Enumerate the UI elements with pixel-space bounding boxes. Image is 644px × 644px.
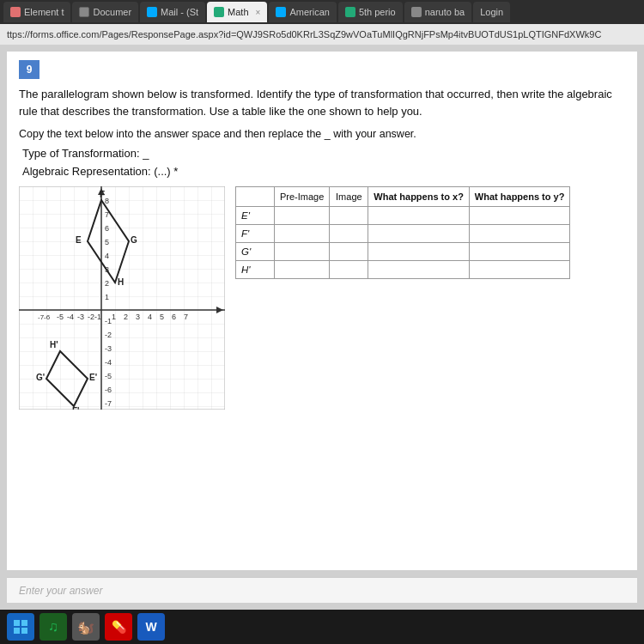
tab-element-label: Element t xyxy=(24,7,64,17)
address-bar[interactable]: ttps://forms.office.com/Pages/ResponsePa… xyxy=(0,24,644,45)
svg-rect-1 xyxy=(19,186,225,410)
row-f-image xyxy=(330,225,368,243)
svg-rect-43 xyxy=(14,620,20,626)
svg-text:7: 7 xyxy=(184,313,188,321)
address-text: ttps://forms.office.com/Pages/ResponsePa… xyxy=(7,29,601,39)
row-h-whaty xyxy=(469,261,570,279)
svg-text:1: 1 xyxy=(105,293,109,301)
tab-math[interactable]: Math × xyxy=(207,2,267,22)
tab-american-label: American xyxy=(289,7,329,17)
grid-svg: 8 7 6 5 4 3 2 1 -1 -2 -3 -4 -5 -6 -7 - xyxy=(19,186,225,410)
taskbar-windows-icon[interactable] xyxy=(7,613,34,641)
instruction-text: Copy the text below into the answer spac… xyxy=(19,128,625,140)
table-container: Pre-Image Image What happens to x? What … xyxy=(235,186,570,279)
row-f-label: F' xyxy=(236,225,275,243)
row-g-preimage xyxy=(275,243,330,261)
svg-text:2: 2 xyxy=(105,279,109,288)
type-label: Type of Transformation: _ xyxy=(22,147,625,160)
svg-text:-3: -3 xyxy=(77,313,84,321)
row-h-preimage xyxy=(275,261,330,279)
col-header-preimage-val: Pre-Image xyxy=(275,187,330,207)
svg-text:3: 3 xyxy=(136,313,140,321)
svg-text:E: E xyxy=(76,235,82,245)
question-text: The parallelogram shown below is transfo… xyxy=(19,86,625,119)
tab-naruto[interactable]: naruto ba xyxy=(404,2,471,22)
algebraic-label: Algebraic Representation: (...) * xyxy=(22,165,625,178)
col-header-whatx: What happens to x? xyxy=(368,187,470,207)
svg-text:-5: -5 xyxy=(105,372,112,380)
svg-rect-44 xyxy=(21,620,27,626)
tab-math-icon xyxy=(214,7,224,17)
tab-naruto-icon xyxy=(411,7,422,17)
row-e-image xyxy=(330,207,368,225)
tab-login[interactable]: Login xyxy=(473,2,510,22)
svg-text:-1: -1 xyxy=(105,317,112,325)
svg-text:-4: -4 xyxy=(105,358,112,367)
svg-text:-3: -3 xyxy=(105,344,112,353)
taskbar: ♫ 🐿️ 💊 W xyxy=(0,610,644,644)
svg-text:G': G' xyxy=(36,373,45,382)
taskbar-spotify-icon[interactable]: ♫ xyxy=(39,613,67,641)
svg-text:4: 4 xyxy=(148,313,152,321)
tab-document[interactable]: Documer xyxy=(72,2,138,22)
row-h-whatx xyxy=(368,261,470,279)
col-header-preimage xyxy=(236,187,275,207)
svg-text:-6: -6 xyxy=(105,386,112,394)
tab-mail[interactable]: Mail - (St xyxy=(140,2,205,22)
row-e-whatx xyxy=(368,207,470,225)
svg-rect-46 xyxy=(21,628,27,634)
row-f-preimage xyxy=(275,225,330,243)
svg-text:-7-6: -7-6 xyxy=(38,313,51,321)
row-g-label: G' xyxy=(236,243,275,261)
form-page: 9 The parallelogram shown below is trans… xyxy=(7,52,637,570)
main-content: 9 The parallelogram shown below is trans… xyxy=(0,45,644,610)
svg-text:6: 6 xyxy=(105,224,109,233)
col-header-image: Image xyxy=(330,187,368,207)
row-g-image xyxy=(330,243,368,261)
row-e-whaty xyxy=(469,207,570,225)
taskbar-icon-4[interactable]: 💊 xyxy=(105,613,132,641)
svg-text:2: 2 xyxy=(124,313,128,321)
tab-5th-icon xyxy=(345,7,355,17)
svg-text:G: G xyxy=(131,235,137,245)
svg-text:-2: -2 xyxy=(105,331,112,339)
tab-element[interactable]: Element t xyxy=(3,2,70,22)
row-h-image xyxy=(330,261,368,279)
tab-math-close[interactable]: × xyxy=(256,8,261,17)
tab-5th-label: 5th perio xyxy=(359,7,396,17)
tab-login-label: Login xyxy=(480,7,503,17)
svg-rect-45 xyxy=(14,628,20,634)
svg-text:E': E' xyxy=(89,373,97,382)
tab-mail-label: Mail - (St xyxy=(161,7,198,17)
row-h-label: H' xyxy=(236,261,275,279)
tab-document-icon xyxy=(79,7,89,17)
content-row: 8 7 6 5 4 3 2 1 -1 -2 -3 -4 -5 -6 -7 - xyxy=(19,186,625,410)
answer-area[interactable]: Enter your answer xyxy=(7,577,637,603)
tab-document-label: Documer xyxy=(93,7,131,17)
taskbar-word-icon[interactable]: W xyxy=(137,613,165,641)
row-f-whaty xyxy=(469,225,570,243)
svg-text:-5: -5 xyxy=(57,313,64,321)
col-header-whaty: What happens to y? xyxy=(469,187,570,207)
tab-math-label: Math xyxy=(228,7,248,17)
table-row-f: F' xyxy=(236,225,570,243)
taskbar-icon-3[interactable]: 🐿️ xyxy=(72,613,100,641)
svg-text:5: 5 xyxy=(160,313,164,321)
tab-naruto-label: naruto ba xyxy=(425,7,465,17)
table-row-g: G' xyxy=(236,243,570,261)
svg-text:-7: -7 xyxy=(105,399,112,408)
row-g-whatx xyxy=(368,243,470,261)
tab-american[interactable]: American xyxy=(269,2,336,22)
transform-table: Pre-Image Image What happens to x? What … xyxy=(235,186,570,279)
svg-text:4: 4 xyxy=(105,252,109,260)
svg-text:F: F xyxy=(100,190,105,199)
svg-text:-2-1: -2-1 xyxy=(88,313,101,321)
svg-text:H: H xyxy=(118,277,124,287)
svg-text:6: 6 xyxy=(172,313,176,321)
svg-text:H': H' xyxy=(50,340,58,349)
row-e-preimage xyxy=(275,207,330,225)
tab-american-icon xyxy=(276,7,286,17)
svg-text:8: 8 xyxy=(105,197,109,205)
svg-text:-4: -4 xyxy=(67,313,74,321)
tab-5th[interactable]: 5th perio xyxy=(338,2,403,22)
